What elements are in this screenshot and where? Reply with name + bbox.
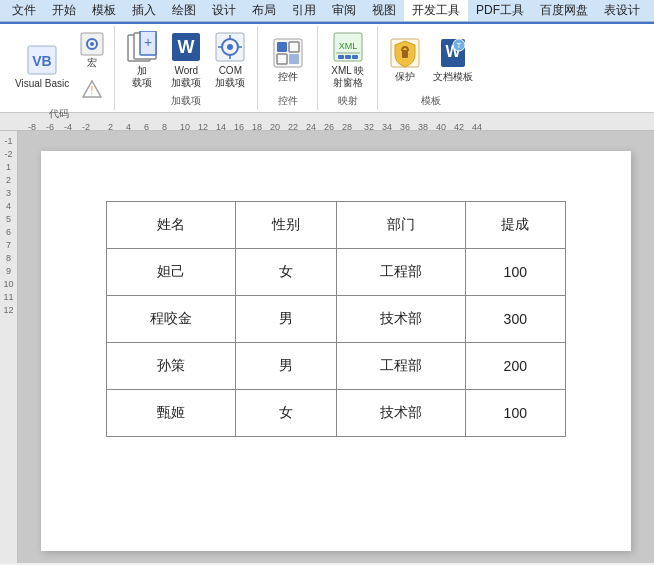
svg-rect-28 [338,55,344,59]
table-cell: 女 [236,249,336,296]
ruler-num: -8 [28,122,36,132]
svg-rect-21 [277,42,287,52]
ruler-num: 4 [126,122,131,132]
ruler-num: -4 [64,122,72,132]
protect-button[interactable]: 保护 [384,30,426,90]
com-addin-label: COM加载项 [215,65,245,89]
col-header-gender: 性别 [236,202,336,249]
menu-insert[interactable]: 插入 [124,0,164,21]
ruler-v-num: 5 [6,214,11,224]
ruler-num: -2 [82,122,90,132]
table-cell: 妲己 [107,249,236,296]
menu-draw[interactable]: 绘图 [164,0,204,21]
ribbon-group-template: 保护 W T 文档模板 模板 [378,26,484,110]
menu-file[interactable]: 文件 [4,0,44,21]
col-header-name: 姓名 [107,202,236,249]
ruler-num: 32 [364,122,374,132]
ribbon-group-addins: + 加载项 W Word加载项 [115,26,258,110]
code-buttons: VB Visual Basic [10,30,108,103]
macro-warning-button[interactable]: ! [76,75,108,103]
ruler-v-num: 10 [3,279,13,289]
table-cell: 女 [236,390,336,437]
ruler-num: 2 [108,122,113,132]
ruler-num: 40 [436,122,446,132]
ruler-num: 36 [400,122,410,132]
menu-review[interactable]: 审阅 [324,0,364,21]
table-cell: 200 [465,343,565,390]
col-header-bonus: 提成 [465,202,565,249]
horizontal-ruler: -8 -6 -4 -2 2 4 6 8 10 12 14 16 18 20 22… [0,113,654,131]
doc-template-icon: W T [437,37,469,69]
table-cell: 100 [465,249,565,296]
ruler-num: 8 [162,122,167,132]
table-row: 甄姬女技术部100 [107,390,566,437]
doc-template-label: 文档模板 [433,71,473,83]
template-buttons: 保护 W T 文档模板 [384,30,478,90]
menu-baidu[interactable]: 百度网盘 [532,0,596,21]
menu-layout[interactable]: 布局 [244,0,284,21]
ruler-v-num: 12 [3,305,13,315]
menu-table-design[interactable]: 表设计 [596,0,648,21]
ruler-num: 10 [180,122,190,132]
ruler-num: 28 [342,122,352,132]
menu-view[interactable]: 视图 [364,0,404,21]
svg-text:+: + [144,34,152,50]
svg-text:W: W [178,37,195,57]
ruler-v-num: 1 [6,162,11,172]
ruler-num: 44 [472,122,482,132]
ribbon-group-code: VB Visual Basic [4,26,115,110]
document-area[interactable]: 姓名 性别 部门 提成 妲己女工程部100程咬金男技术部300孙策男工程部200… [18,131,654,563]
ruler-v-num: 7 [6,240,11,250]
data-table: 姓名 性别 部门 提成 妲己女工程部100程咬金男技术部300孙策男工程部200… [106,201,566,437]
svg-rect-32 [402,50,408,58]
menu-start[interactable]: 开始 [44,0,84,21]
svg-text:VB: VB [32,53,51,69]
visual-basic-button[interactable]: VB Visual Basic [10,37,74,97]
table-cell: 甄姬 [107,390,236,437]
menu-template[interactable]: 模板 [84,0,124,21]
control-button[interactable]: 控件 [267,30,309,90]
macro-button[interactable]: 宏 [76,30,108,72]
svg-text:T: T [457,41,462,50]
main-area: -1 -2 1 2 3 4 5 6 7 8 9 10 11 12 姓名 性别 部… [0,131,654,563]
ruler-num: 38 [418,122,428,132]
ruler-v-num: 8 [6,253,11,263]
table-row: 程咬金男技术部300 [107,296,566,343]
com-addin-icon [214,31,246,63]
add-load-button[interactable]: + 加载项 [121,30,163,90]
addins-buttons: + 加载项 W Word加载项 [121,30,251,90]
warning-icon: ! [80,77,104,101]
table-cell: 工程部 [336,343,465,390]
menu-bar: 文件 开始 模板 插入 绘图 设计 布局 引用 审阅 视图 开发工具 PDF工具… [0,0,654,22]
macro-icon [80,32,104,56]
xml-map-icon: XML [332,31,364,63]
control-label: 控件 [278,71,298,83]
ruler-v-num: 2 [6,175,11,185]
menu-developer[interactable]: 开发工具 [404,0,468,21]
protect-icon [389,37,421,69]
doc-template-button[interactable]: W T 文档模板 [428,30,478,90]
svg-rect-24 [289,54,299,64]
com-addin-button[interactable]: COM加载项 [209,30,251,90]
table-row: 孙策男工程部200 [107,343,566,390]
table-cell: 100 [465,390,565,437]
add-load-icon: + [126,31,158,63]
xml-map-button[interactable]: XML XML 映射窗格 [326,30,369,90]
vertical-ruler: -1 -2 1 2 3 4 5 6 7 8 9 10 11 12 [0,131,18,563]
word-addin-icon: W [170,31,202,63]
ruler-num: 24 [306,122,316,132]
menu-pdf[interactable]: PDF工具 [468,0,532,21]
ruler-num: 34 [382,122,392,132]
template-group-label: 模板 [421,90,441,108]
table-cell: 技术部 [336,296,465,343]
ruler-num: 18 [252,122,262,132]
xml-map-label: XML 映射窗格 [331,65,364,89]
word-addin-button[interactable]: W Word加载项 [165,30,207,90]
menu-reference[interactable]: 引用 [284,0,324,21]
ribbon-group-controls: 控件 控件 [258,26,318,110]
ruler-v-num: 4 [6,201,11,211]
table-cell: 300 [465,296,565,343]
ruler-v-num: 6 [6,227,11,237]
menu-design[interactable]: 设计 [204,0,244,21]
ruler-num: 26 [324,122,334,132]
